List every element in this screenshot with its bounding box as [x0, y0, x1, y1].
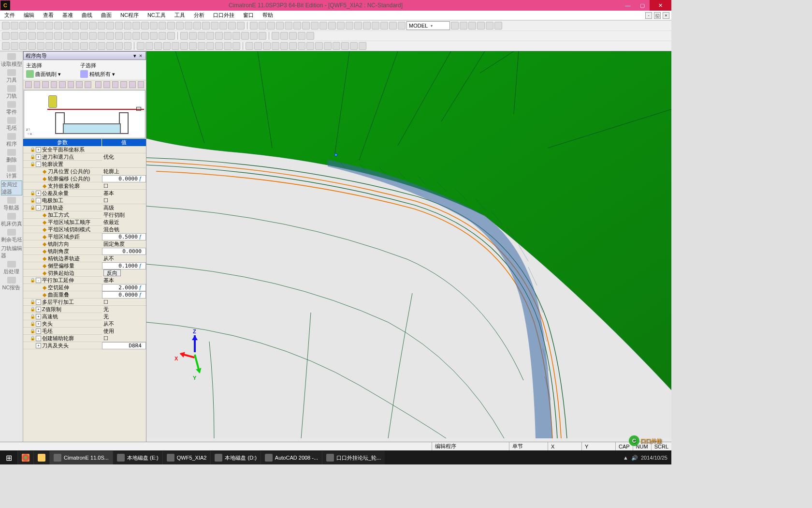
toolbar-button[interactable] — [333, 42, 340, 50]
toolbar-button[interactable] — [89, 22, 97, 30]
toolbar-button[interactable] — [159, 22, 166, 30]
param-row[interactable]: 🔒+公差及余量 基本 — [23, 190, 146, 197]
param-value[interactable]: 从不 — [102, 255, 146, 262]
close-button[interactable]: ✕ — [650, 0, 671, 11]
toolbar-button[interactable] — [398, 22, 406, 30]
param-row[interactable]: 🔒+毛坯 使用 — [23, 328, 146, 335]
close-panel-button[interactable]: × — [138, 53, 144, 59]
menu-NC工具[interactable]: NC工具 — [143, 11, 170, 20]
toolbar-button[interactable] — [28, 42, 36, 50]
toolbar-button[interactable] — [72, 32, 79, 40]
param-row[interactable]: ◆曲面重叠 0.0000ƒ — [23, 291, 146, 299]
toolbar-button[interactable] — [460, 22, 467, 30]
param-row[interactable]: 🔒-平行加工延伸 基本 — [23, 277, 146, 284]
toolbar-button[interactable] — [185, 22, 192, 30]
toolbar-button[interactable] — [19, 32, 27, 40]
param-value[interactable]: 混合铣 — [102, 226, 146, 233]
taskbar-item[interactable]: CimatronE 11.0S... — [49, 451, 113, 464]
wizard-tool-button[interactable] — [76, 81, 83, 88]
toolbar-button[interactable] — [115, 22, 123, 30]
toolbar-button[interactable] — [45, 32, 53, 40]
toolbar-button[interactable] — [341, 42, 349, 50]
toolbar-button[interactable] — [106, 22, 114, 30]
toolbar-button[interactable] — [167, 32, 175, 40]
toolbar-button[interactable] — [63, 22, 71, 30]
toolbar-button[interactable] — [302, 22, 310, 30]
main-selection-dropdown[interactable]: 曲面铣削▾ — [26, 70, 61, 78]
toolbar-button[interactable] — [54, 32, 62, 40]
toolbar-button[interactable] — [451, 22, 459, 30]
toolbar-button[interactable] — [494, 22, 502, 30]
param-row[interactable]: 🔒-电极加工 — [23, 197, 146, 204]
toolbar-button[interactable] — [28, 32, 36, 40]
vtab-刀具[interactable]: 刀具 — [1, 69, 22, 84]
toolbar-button[interactable] — [280, 42, 288, 50]
toolbar-button[interactable] — [37, 42, 44, 50]
expand-icon[interactable]: - — [36, 198, 41, 203]
param-value[interactable]: 0.0000ƒ — [102, 291, 146, 299]
vtab-删除[interactable]: 删除 — [1, 149, 22, 164]
toolbar-button[interactable] — [54, 22, 62, 30]
expand-icon[interactable]: - — [36, 299, 41, 305]
param-row[interactable]: 🔒-刀路轨迹 高级 — [23, 204, 146, 211]
param-value[interactable]: D8R4 — [102, 342, 146, 349]
param-value[interactable]: 使用 — [102, 328, 146, 335]
toolbar-button[interactable] — [11, 22, 18, 30]
param-value[interactable] — [102, 197, 146, 204]
toolbar-button[interactable] — [289, 42, 297, 50]
toolbar-button[interactable] — [468, 22, 476, 30]
toolbar-button[interactable] — [250, 22, 258, 30]
toolbar-button[interactable] — [137, 42, 145, 50]
param-value[interactable]: 0.5000ƒ — [102, 233, 146, 240]
toolbar-button[interactable] — [267, 22, 275, 30]
toolbar-button[interactable] — [306, 32, 314, 40]
toolbar-button[interactable] — [272, 32, 279, 40]
expand-icon[interactable]: + — [36, 307, 41, 312]
toolbar-button[interactable] — [19, 42, 27, 50]
expand-icon[interactable]: + — [36, 329, 41, 334]
taskbar-chrome-icon[interactable] — [17, 451, 33, 464]
taskbar-item[interactable]: QWF5_XIA2 — [162, 451, 211, 464]
expand-icon[interactable]: + — [36, 321, 41, 327]
vtab-全局过滤器[interactable]: 全局过滤器 — [1, 180, 22, 195]
toolbar-button[interactable] — [54, 42, 62, 50]
toolbar-button[interactable] — [232, 32, 240, 40]
mdi-restore-button[interactable]: ◱ — [654, 12, 661, 19]
model-dropdown[interactable]: MODEL — [406, 21, 450, 30]
system-tray[interactable]: ▲ 🔊 2014/10/25 — [619, 455, 671, 461]
toolbar-button[interactable] — [180, 42, 188, 50]
toolbar-button[interactable] — [289, 32, 297, 40]
menu-口口外挂[interactable]: 口口外挂 — [209, 11, 239, 20]
toolbar-button[interactable] — [359, 42, 366, 50]
wizard-tool-button[interactable] — [25, 81, 32, 88]
toolbar-button[interactable] — [141, 22, 149, 30]
param-value[interactable]: 反向 — [102, 269, 146, 277]
toolbar-button[interactable] — [198, 42, 205, 50]
toolbar-button[interactable] — [189, 42, 197, 50]
param-row[interactable]: ◆铣削角度 0.0000 — [23, 248, 146, 255]
param-row[interactable]: ◆精铣边界轨迹 从不 — [23, 255, 146, 262]
param-row[interactable]: ◆平坦区域加工顺序 依最近 — [23, 219, 146, 226]
toolbar-button[interactable] — [89, 32, 97, 40]
toolbar-button[interactable] — [167, 22, 175, 30]
wizard-tool-button[interactable] — [42, 81, 49, 88]
wizard-tool-button[interactable] — [85, 81, 91, 88]
param-row[interactable]: 🔒+Z值限制 无 — [23, 306, 146, 313]
menu-编辑[interactable]: 编辑 — [19, 11, 39, 20]
toolbar-button[interactable] — [72, 22, 79, 30]
toolbar-button[interactable] — [241, 32, 249, 40]
vtab-读取模型[interactable]: 读取模型 — [1, 53, 22, 68]
toolbar-button[interactable] — [232, 42, 240, 50]
wizard-tool-button[interactable] — [51, 81, 58, 88]
toolbar-button[interactable] — [219, 22, 227, 30]
toolbar-button[interactable] — [215, 42, 223, 50]
toolbar-button[interactable] — [115, 32, 123, 40]
param-value[interactable]: 无 — [102, 313, 146, 320]
toolbar-button[interactable] — [272, 42, 279, 50]
param-row[interactable]: ◆铣削方向 固定角度 — [23, 240, 146, 248]
toolbar-button[interactable] — [224, 42, 232, 50]
param-value[interactable]: 从不 — [102, 320, 146, 328]
toolbar-button[interactable] — [2, 22, 10, 30]
toolbar-button[interactable] — [72, 42, 79, 50]
toolbar-button[interactable] — [141, 32, 149, 40]
